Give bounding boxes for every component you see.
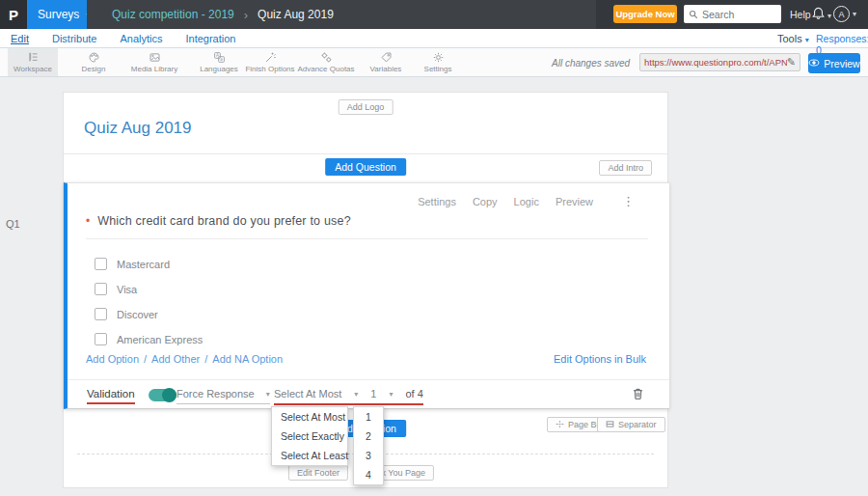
chevron-down-icon: ▾ <box>827 12 831 20</box>
gear-icon <box>432 51 445 64</box>
nav-tab-integration[interactable]: Integration <box>185 33 235 44</box>
option-checkbox[interactable] <box>95 258 107 270</box>
separator-button[interactable]: Separator <box>597 417 665 432</box>
breadcrumb-separator-icon: › <box>244 8 248 22</box>
toolbar-item-design[interactable]: Design <box>69 48 118 76</box>
preview-button[interactable]: Preview <box>808 53 860 73</box>
edit-toolbar: Workspace Design Media Library A a <box>0 48 868 77</box>
translate-icon: A a <box>213 51 226 64</box>
validation-toggle[interactable] <box>149 389 176 401</box>
add-logo-button[interactable]: Add Logo <box>339 99 393 115</box>
menu-item-count-4[interactable]: 4 <box>354 465 383 484</box>
survey-url-field[interactable]: ✎ <box>639 53 800 71</box>
nav-tab-edit[interactable]: Edit <box>11 33 29 44</box>
question-index: Q1 <box>6 218 20 230</box>
bell-icon <box>811 6 826 25</box>
edit-footer-button[interactable]: Edit Footer <box>288 465 348 481</box>
edit-options-in-bulk-link[interactable]: Edit Options in Bulk <box>554 353 646 365</box>
nav-tab-analytics[interactable]: Analytics <box>120 33 162 44</box>
nav-tab-distribute[interactable]: Distribute <box>52 33 96 44</box>
image-icon <box>149 51 161 64</box>
menu-item-count-3[interactable]: 3 <box>354 446 383 465</box>
menu-item-select-at-least[interactable]: Select At Least <box>272 446 347 465</box>
breadcrumb: Quiz competition - 2019 › Quiz Aug 2019 <box>87 0 596 29</box>
menu-item-select-at-most[interactable]: Select At Most <box>272 407 347 427</box>
svg-text:A: A <box>216 53 219 58</box>
option-checkbox[interactable] <box>95 308 107 320</box>
question-settings-link[interactable]: Settings <box>418 196 456 207</box>
count-dropdown[interactable]: 1 <box>370 388 376 400</box>
avatar: A <box>833 6 850 22</box>
menu-item-select-exactly[interactable]: Select Exactly <box>272 427 347 446</box>
option-row: American Express <box>95 333 203 345</box>
toggle-knob <box>162 388 176 402</box>
required-marker-icon: • <box>86 214 90 228</box>
search-box[interactable] <box>684 5 781 23</box>
upgrade-now-button[interactable]: Upgrade Now <box>613 5 677 23</box>
chevron-down-icon: ▾ <box>389 390 393 399</box>
toolbar-item-advance-quotas[interactable]: Advance Quotas <box>297 48 355 76</box>
chevron-down-icon: ▾ <box>354 390 358 399</box>
force-response-label: Force Response <box>176 388 255 400</box>
tools-label: Tools <box>777 33 802 44</box>
chevron-down-icon: ▾ <box>266 390 270 399</box>
tools-menu-button[interactable]: Tools ▾ <box>777 33 809 44</box>
help-link[interactable]: Help <box>790 9 811 20</box>
option-label[interactable]: American Express <box>117 334 203 345</box>
toolbar-item-languages[interactable]: A a Languages <box>194 48 244 76</box>
option-label[interactable]: Visa <box>117 284 137 295</box>
menu-item-count-1[interactable]: 1 <box>354 407 383 427</box>
questionpro-logo[interactable]: P <box>0 0 27 29</box>
question-text-row: • Which credit card brand do you prefer … <box>86 214 351 228</box>
add-na-option-link[interactable]: Add NA Option <box>212 353 283 365</box>
menu-item-count-2[interactable]: 2 <box>354 427 383 446</box>
question-logic-link[interactable]: Logic <box>514 196 539 207</box>
question-block: Settings Copy Logic Preview ⋮ • Which cr… <box>64 182 669 409</box>
account-menu-button[interactable]: A ▾ <box>833 6 856 22</box>
search-icon <box>689 6 698 23</box>
option-row: Discover <box>95 308 158 320</box>
option-checkbox[interactable] <box>95 283 107 295</box>
survey-url-input[interactable] <box>644 57 787 68</box>
question-copy-link[interactable]: Copy <box>473 196 498 207</box>
validation-label: Validation <box>87 388 135 404</box>
add-intro-button[interactable]: Add Intro <box>599 160 652 176</box>
toolbar-item-workspace[interactable]: Workspace <box>8 48 58 76</box>
option-row: Visa <box>95 283 137 295</box>
add-question-button-top[interactable]: Add Question <box>325 158 406 176</box>
breadcrumb-parent[interactable]: Quiz competition - 2019 <box>112 8 234 21</box>
toolbar-item-variables[interactable]: Variables <box>361 48 411 76</box>
palette-icon <box>88 51 100 64</box>
gears-icon <box>320 51 333 64</box>
validation-count-menu: 1 2 3 4 <box>353 406 384 485</box>
rule-dropdown[interactable]: Select At Most <box>274 388 341 400</box>
surveys-label: Surveys <box>38 8 79 21</box>
add-other-link[interactable]: Add Other <box>151 353 200 365</box>
autosave-status: All changes saved <box>552 58 630 69</box>
option-label[interactable]: Mastercard <box>117 259 170 270</box>
edit-url-pencil-icon[interactable]: ✎ <box>787 56 796 69</box>
separator-icon <box>606 420 614 430</box>
option-checkbox[interactable] <box>95 333 107 345</box>
notifications-button[interactable]: ▾ <box>811 6 831 25</box>
toolbar-item-finish-options[interactable]: Finish Options <box>241 48 299 76</box>
validation-rule-menu: Select At Most Select Exactly Select At … <box>271 406 348 466</box>
question-divider <box>86 238 648 239</box>
toolbar-item-media-library[interactable]: Media Library <box>127 48 181 76</box>
survey-title[interactable]: Quiz Aug 2019 <box>84 119 192 138</box>
section-nav: Edit Distribute Analytics Integration To… <box>0 29 868 48</box>
svg-text:a: a <box>220 57 223 62</box>
responses-count[interactable]: Responses: 0 <box>816 33 868 56</box>
force-response-dropdown[interactable]: Force Response ▾ <box>176 388 270 404</box>
survey-header: Add Logo Quiz Aug 2019 <box>64 93 667 154</box>
delete-question-icon[interactable] <box>632 387 644 404</box>
question-text[interactable]: Which credit card brand do you prefer to… <box>97 214 351 228</box>
option-label[interactable]: Discover <box>117 309 158 320</box>
toolbar-item-settings[interactable]: Settings <box>415 48 461 76</box>
breadcrumb-current: Quiz Aug 2019 <box>258 8 334 21</box>
search-input[interactable] <box>702 9 775 20</box>
more-options-icon[interactable]: ⋮ <box>622 194 635 208</box>
top-bar: P Surveys ▾ Quiz competition - 2019 › Qu… <box>0 0 868 29</box>
add-option-link[interactable]: Add Option <box>86 353 139 365</box>
question-preview-link[interactable]: Preview <box>556 196 593 207</box>
